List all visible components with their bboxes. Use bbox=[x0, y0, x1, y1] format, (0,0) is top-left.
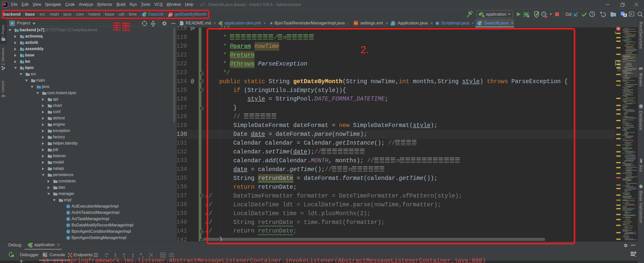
svg-text:C: C bbox=[67, 236, 69, 240]
svg-text:C: C bbox=[67, 230, 69, 233]
svg-text:C: C bbox=[67, 205, 69, 208]
svg-text:C: C bbox=[67, 211, 69, 214]
svg-text:Git:: Git: bbox=[565, 12, 573, 17]
svg-text:C: C bbox=[437, 22, 438, 24]
svg-text:MD: MD bbox=[180, 23, 183, 25]
svg-text:C: C bbox=[271, 22, 272, 24]
svg-text:C: C bbox=[67, 224, 69, 227]
svg-text:<>: <> bbox=[354, 22, 357, 25]
svg-text:C: C bbox=[67, 217, 69, 221]
svg-text:application: application bbox=[486, 12, 506, 17]
